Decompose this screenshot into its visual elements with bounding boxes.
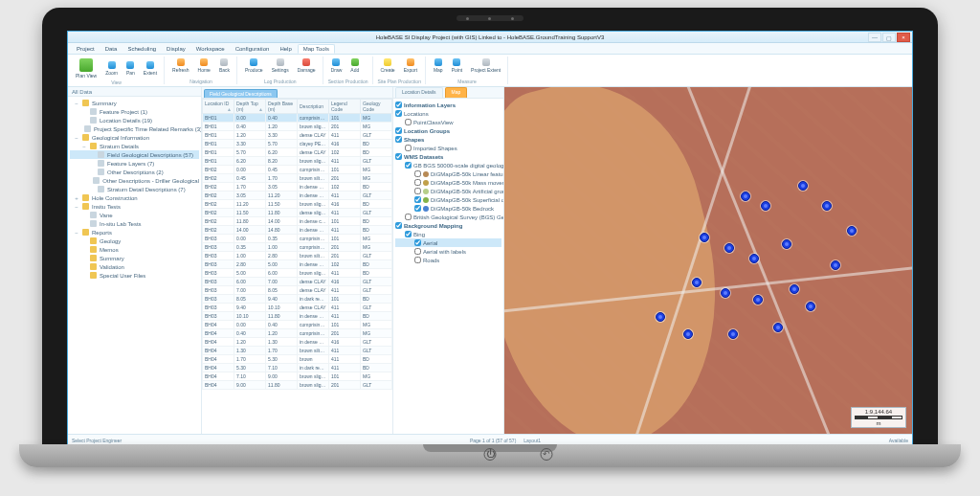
ribbon-back[interactable]: Back	[216, 57, 233, 74]
layer-node[interactable]: DiGMapGB-50k Linear features	[395, 169, 501, 178]
table-row[interactable]: BH039.4010.10dense CLAY411GLT	[203, 304, 392, 312]
table-row[interactable]: BH0211.2011.50brown slightly SAND…416BD	[203, 200, 392, 209]
tree-node[interactable]: Field Geological Descriptions (57)	[70, 150, 199, 159]
layer-node[interactable]: Aerial	[395, 238, 501, 247]
borehole-marker[interactable]	[749, 254, 759, 263]
table-row[interactable]: BH030.000.35comprising angular101MG	[203, 235, 392, 243]
layer-checkbox[interactable]	[414, 179, 421, 186]
ribbon-refresh[interactable]: Refresh	[169, 57, 192, 74]
layer-checkbox[interactable]	[414, 257, 421, 263]
col-header[interactable]: Geology Code	[361, 100, 392, 114]
data-grid[interactable]: Location ID▲Depth Top (m)▲Depth Base (m)…	[202, 99, 392, 390]
ribbon-draw[interactable]: Draw	[328, 57, 345, 74]
tree-node[interactable]: In-situ Lab Tests	[70, 219, 199, 228]
table-row[interactable]: BH011.203.30dense CLAY411GLT	[203, 131, 392, 140]
tree-node[interactable]: Other Descriptions (2)	[70, 168, 199, 176]
pager[interactable]: Page 1 of 1 (57 of 57)	[470, 438, 516, 443]
tree-node[interactable]: Geology	[70, 237, 199, 245]
table-row[interactable]: BH049.0011.80brown slightly sandy…201GLT	[203, 381, 392, 390]
project-tree[interactable]: −SummaryFeature Project (1)Location Deta…	[68, 97, 201, 434]
layer-tree[interactable]: Information LayersLocationsPointClassVie…	[393, 99, 503, 434]
table-row[interactable]: BH047.109.00brown slightly SAND…101MG	[203, 372, 392, 381]
table-row[interactable]: BH0211.5011.80dense slightly sand…411GLT	[203, 209, 392, 217]
table-row[interactable]: BH013.305.70clayey PEAT416BD	[203, 140, 392, 148]
layer-checkbox[interactable]	[395, 110, 402, 117]
tree-node[interactable]: Memos	[70, 245, 199, 254]
tree-node[interactable]: Summary	[70, 254, 199, 262]
layer-checkbox[interactable]	[405, 162, 412, 169]
layer-node[interactable]: Background Mapping	[395, 221, 501, 230]
tree-node[interactable]: −Insitu Tests	[70, 202, 199, 211]
layers-tab-details[interactable]: Location Details	[395, 87, 443, 98]
ribbon-home[interactable]: Home	[195, 57, 213, 74]
tree-node[interactable]: −Summary	[70, 99, 199, 107]
layer-node[interactable]: British Geological Survey (BGS) GeoIndex	[395, 213, 501, 221]
layer-node[interactable]: WMS Datasets	[395, 152, 501, 161]
layer-checkbox[interactable]	[414, 205, 421, 212]
tree-node[interactable]: Other Descriptions - Driller Geological	[70, 176, 199, 185]
tree-node[interactable]: Location Details (19)	[70, 116, 199, 124]
layer-node[interactable]: DiGMapGB-50k Bedrock	[395, 204, 501, 213]
table-row[interactable]: BH037.008.05dense CLAY411GLT	[203, 286, 392, 295]
tree-node[interactable]: −Geological Information	[70, 133, 199, 142]
borehole-marker[interactable]	[782, 239, 791, 249]
layer-checkbox[interactable]	[414, 196, 421, 203]
table-row[interactable]: BH041.705.30brown411BD	[203, 355, 392, 364]
table-row[interactable]: BH015.706.20dense CLAY102BD	[203, 148, 392, 157]
borehole-marker[interactable]	[798, 181, 808, 191]
table-row[interactable]: BH030.351.00comprising of…201MG	[203, 243, 392, 252]
tree-node[interactable]: Feature Project (1)	[70, 107, 199, 116]
layer-checkbox[interactable]	[414, 170, 421, 177]
layer-checkbox[interactable]	[414, 188, 421, 194]
table-row[interactable]: BH023.0511.20in dense CLAY411GLT	[203, 192, 392, 200]
layer-checkbox[interactable]	[395, 136, 402, 143]
ribbon-create[interactable]: Create	[378, 57, 398, 74]
col-header[interactable]: Location ID▲	[203, 100, 234, 114]
layer-node[interactable]: Imported Shapes	[395, 144, 501, 152]
table-row[interactable]: BH041.201.30in dense CLAY416GLT	[203, 338, 392, 347]
ribbon-export[interactable]: Export	[401, 57, 420, 74]
layer-checkbox[interactable]	[395, 101, 402, 108]
tree-node[interactable]: Project Specific Time Related Remarks (3…	[70, 124, 199, 133]
layer-node[interactable]: Bing	[395, 230, 501, 238]
layers-tab-map[interactable]: Map	[445, 87, 468, 98]
tree-node[interactable]: Vane	[70, 211, 199, 219]
table-row[interactable]: BH021.703.05in dense CLAY102BD	[203, 183, 392, 192]
table-row[interactable]: BH016.208.20brown slightly SAND with…411…	[203, 157, 392, 166]
table-row[interactable]: BH010.000.40comprising angular…101MG	[203, 114, 392, 123]
ribbon-plan-view[interactable]: Plan View	[73, 57, 100, 79]
window-close[interactable]: ×	[897, 33, 910, 42]
layer-node[interactable]: GB BGS 50000-scale digital geology	[395, 161, 501, 169]
layer-node[interactable]: DiGMapGB-50k Artificial ground	[395, 187, 501, 195]
tree-node[interactable]: Special User Files	[70, 271, 199, 280]
table-row[interactable]: BH041.301.70brown silty SAND…411GLT	[203, 347, 392, 355]
borehole-marker[interactable]	[721, 288, 730, 298]
window-minimize[interactable]: —	[868, 33, 881, 42]
ribbon-map[interactable]: Map	[431, 57, 446, 74]
tree-node[interactable]: −Stratum Details	[70, 142, 199, 150]
ribbon-settings[interactable]: Settings	[269, 57, 292, 74]
layer-checkbox[interactable]	[395, 222, 402, 229]
layer-node[interactable]: Roads	[395, 256, 501, 264]
borehole-marker[interactable]	[724, 243, 734, 253]
layer-checkbox[interactable]	[414, 239, 421, 246]
borehole-marker[interactable]	[847, 226, 857, 236]
ribbon-zoom[interactable]: Zoom	[102, 60, 121, 77]
menu-map-tools[interactable]: Map Tools	[298, 44, 335, 54]
layer-node[interactable]: Locations	[395, 109, 501, 118]
borehole-marker[interactable]	[656, 312, 665, 322]
tree-node[interactable]: Validation	[70, 262, 199, 271]
layer-node[interactable]: PointClassView	[395, 118, 501, 126]
layer-node[interactable]: DiGMapGB-50k Superficial deposits	[395, 195, 501, 204]
layer-node[interactable]: Shapes	[395, 135, 501, 144]
layer-checkbox[interactable]	[405, 231, 412, 237]
table-row[interactable]: BH032.805.00in dense CLAY102BD	[203, 260, 392, 269]
table-row[interactable]: BH035.006.00brown slightly SAND…411BD	[203, 269, 392, 278]
col-header[interactable]: Depth Top (m)▲	[234, 100, 266, 114]
borehole-marker[interactable]	[692, 278, 702, 287]
tree-node[interactable]: Feature Layers (7)	[70, 159, 199, 168]
layout-name[interactable]: Layout1	[523, 438, 541, 443]
layer-checkbox[interactable]	[405, 119, 412, 125]
ribbon-point[interactable]: Point	[449, 57, 465, 74]
layer-node[interactable]: Aerial with labels	[395, 247, 501, 256]
